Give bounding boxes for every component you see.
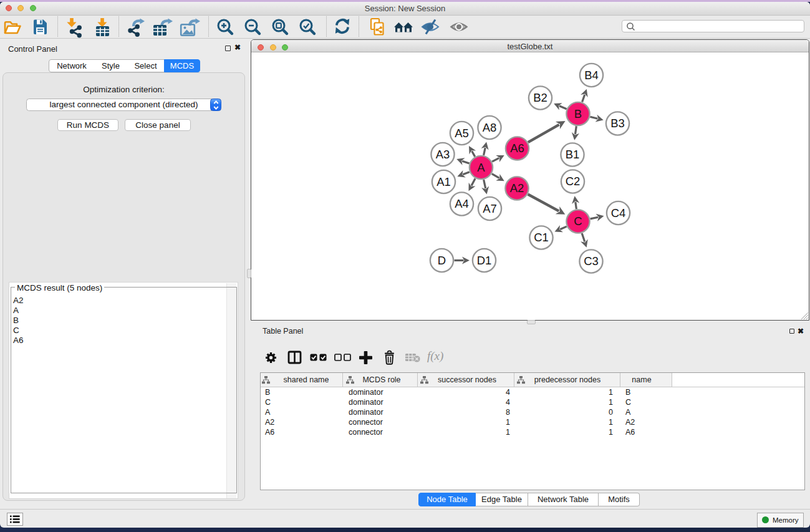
svg-text:C3: C3 <box>584 254 599 268</box>
svg-text:B2: B2 <box>533 91 547 104</box>
svg-text:A7: A7 <box>483 202 497 215</box>
svg-text:A3: A3 <box>436 148 450 161</box>
svg-text:B4: B4 <box>584 69 599 82</box>
svg-text:B3: B3 <box>610 117 625 130</box>
svg-text:A1: A1 <box>436 175 451 188</box>
svg-text:A4: A4 <box>455 197 469 210</box>
svg-text:D: D <box>438 254 446 267</box>
svg-text:C2: C2 <box>566 175 581 188</box>
svg-text:C: C <box>574 215 582 228</box>
svg-text:C1: C1 <box>534 231 549 244</box>
svg-text:A2: A2 <box>510 181 524 195</box>
svg-text:C4: C4 <box>611 206 626 220</box>
svg-text:B: B <box>574 107 582 120</box>
svg-text:A6: A6 <box>510 142 524 155</box>
svg-text:A5: A5 <box>455 127 469 140</box>
svg-text:A: A <box>477 161 485 174</box>
svg-text:B1: B1 <box>566 148 580 161</box>
svg-text:D1: D1 <box>477 254 492 267</box>
svg-text:A8: A8 <box>483 121 497 134</box>
